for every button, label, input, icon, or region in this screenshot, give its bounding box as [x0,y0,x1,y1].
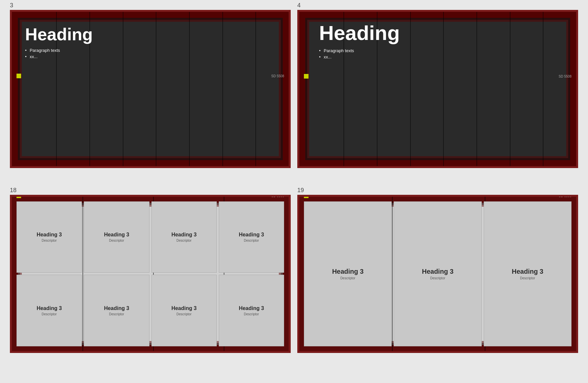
slide-4-bullet-2: xx... [319,54,563,59]
slide-4-content: Heading Paragraph texts xx... [299,12,576,77]
cell-7-desc: Descriptor [177,312,192,316]
slide-3-bullet-2: xx... [25,54,276,59]
slide-19-grid-3: Heading 3 Descriptor Heading 3 Descripto… [304,201,572,346]
slide-3-bullet-1: Paragraph texts [25,48,276,53]
slide-3-footer-code: SD 5508 [271,74,284,78]
cell-19-1-desc: Descriptor [340,276,355,280]
slide-4-footer-code: SD 5508 [559,75,572,78]
grid-cell-1: Heading 3 Descriptor [16,201,82,273]
cell-1-heading: Heading 3 [37,232,62,238]
grid-cell-4: Heading 3 Descriptor [219,201,284,273]
grid-cell-19-2: Heading 3 Descriptor [394,201,481,346]
grid-cell-19-1: Heading 3 Descriptor [304,201,392,346]
grid-cell-19-3: Heading 3 Descriptor [484,201,572,346]
slide-3-heading: Heading [25,25,276,44]
slide-3-footer-square [16,74,21,78]
cell-6-desc: Descriptor [109,312,124,316]
cell-8-desc: Descriptor [244,312,259,316]
slide-19-grid: Heading 3 Descriptor Heading 3 Descripto… [299,197,576,351]
cell-19-3-heading: Heading 3 [512,268,543,275]
cell-5-desc: Descriptor [42,312,57,316]
slide-4-footer: SD 5508 [299,74,576,79]
cell-7-heading: Heading 3 [171,305,196,311]
slide-3: Heading Paragraph texts xx... SD 5508 [10,10,291,168]
grid-cell-2: Heading 3 Descriptor [84,201,149,273]
slide-18-wrapper: 18 Heading 3 Descriptor Heading 3 Descri… [10,195,291,353]
slide-19-footer-code: SD 5508 [559,195,572,198]
slide-4-footer-square [304,74,309,79]
slide-18-footer-square [16,195,21,198]
slide-18-grid: Heading 3 Descriptor Heading 3 Descripto… [12,197,289,351]
cell-19-1-heading: Heading 3 [332,268,364,275]
slide-4-number: 4 [297,2,301,9]
slide-18-grid-8: Heading 3 Descriptor Heading 3 Descripto… [16,201,284,346]
cell-5-heading: Heading 3 [37,305,62,311]
cell-1-desc: Descriptor [42,239,57,242]
cell-6-heading: Heading 3 [104,305,129,311]
cell-2-heading: Heading 3 [104,232,129,238]
cell-19-2-heading: Heading 3 [422,268,454,275]
slide-19-number: 19 [297,187,304,194]
slide-18-footer: SD 5508 [12,195,289,198]
slide-4-bullets: Paragraph texts xx... [319,48,563,61]
slide-19-wrapper: 19 Heading 3 Descriptor Heading 3 Descri… [297,195,578,353]
slide-19: Heading 3 Descriptor Heading 3 Descripto… [297,195,578,353]
cell-3-heading: Heading 3 [171,232,196,238]
slide-4-bullet-1: Paragraph texts [319,48,563,53]
cell-2-desc: Descriptor [109,239,124,242]
slide-18-footer-code: SD 5508 [271,195,284,198]
cell-19-3-desc: Descriptor [520,276,535,280]
cell-4-desc: Descriptor [244,239,259,242]
slide-18-number: 18 [10,187,16,194]
slide-4-heading: Heading [319,22,563,44]
slide-19-footer: SD 5508 [299,195,576,198]
slide-3-wrapper: 3 Heading Paragraph texts xx... SD 5508 [10,10,291,168]
slide-4: Heading Paragraph texts xx... SD 5508 [297,10,578,168]
grid-cell-5: Heading 3 Descriptor [16,275,82,346]
slide-3-number: 3 [10,2,13,9]
slide-4-wrapper: 4 Heading Paragraph texts xx... SD 5508 [297,10,578,168]
cell-19-2-desc: Descriptor [430,276,445,280]
slide-3-content: Heading Paragraph texts xx... [12,12,289,77]
cell-4-heading: Heading 3 [239,232,264,238]
grid-cell-6: Heading 3 Descriptor [84,275,149,346]
slide-18: Heading 3 Descriptor Heading 3 Descripto… [10,195,291,353]
cell-3-desc: Descriptor [177,239,192,242]
slide-19-footer-square [304,195,309,198]
grid-cell-8: Heading 3 Descriptor [219,275,284,346]
slide-3-bullets: Paragraph texts xx... [25,48,276,60]
grid-cell-3: Heading 3 Descriptor [151,201,217,273]
cell-8-heading: Heading 3 [239,305,264,311]
grid-cell-7: Heading 3 Descriptor [151,275,217,346]
slide-3-footer: SD 5508 [12,74,289,78]
